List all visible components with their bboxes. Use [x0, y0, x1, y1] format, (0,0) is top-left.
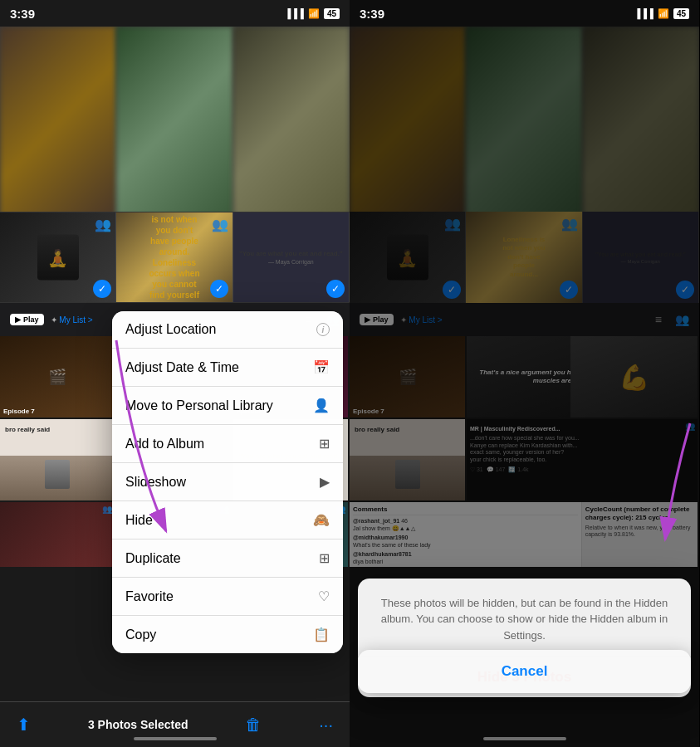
battery-left: 45 [324, 8, 340, 19]
status-bar-right: 3:39 ▐▐▐ 📶 45 [350, 0, 699, 27]
grid-cell-7[interactable]: 👥 [0, 502, 116, 567]
menu-item-slideshow[interactable]: Slideshow ▶ [112, 463, 343, 501]
cell-people-7: 👥 [102, 505, 112, 514]
menu-item-duplicate[interactable]: Duplicate ⊞ [112, 540, 343, 578]
context-menu: Adjust Location i Adjust Date & Time 📅 M… [112, 311, 343, 653]
copy-icon: 📋 [313, 627, 330, 642]
top-photo-3 [233, 27, 350, 217]
person-icon: 👤 [313, 398, 330, 413]
status-bar-left: 3:39 ▐▐▐ 📶 45 [0, 0, 350, 27]
bro-really-text: bro really said [5, 426, 50, 434]
selected-photo-1[interactable]: 👥 🧘 ✓ [0, 212, 116, 302]
delete-icon[interactable]: 🗑 [245, 715, 262, 735]
play-icon-mini: ▶ [15, 315, 21, 324]
play-button[interactable]: ▶ Play [10, 314, 44, 325]
top-photo-2 [116, 27, 233, 217]
wifi-icon-r: 📶 [658, 8, 669, 19]
menu-item-adjust-datetime[interactable]: Adjust Date & Time 📅 [112, 349, 343, 387]
status-icons-right: ▐▐▐ 📶 45 [634, 8, 689, 19]
heart-icon: ♡ [318, 588, 330, 604]
people-icon-2: 👥 [212, 217, 228, 232]
album-icon: ⊞ [319, 436, 330, 452]
quote-author-small: — Maya Corrigan [268, 259, 314, 265]
selected-photo-3[interactable]: 👥 "You are what you eat and read." — May… [233, 212, 350, 302]
home-indicator-right [483, 737, 566, 740]
status-time-left: 3:39 [10, 7, 35, 21]
selected-photo-2[interactable]: 👥 Loneliness is not when you don't have … [116, 212, 233, 302]
hide-dialog-message: These photos will be hidden, but can be … [371, 595, 678, 644]
top-photos-left [0, 27, 350, 217]
status-icons-left: ▐▐▐ 📶 45 [284, 8, 340, 19]
grid-cell-1[interactable]: 👥 🎬 Episode 7 [0, 336, 116, 417]
bro-really-cell[interactable]: bro really said [0, 419, 116, 500]
status-time-right: 3:39 [360, 7, 384, 21]
cell-label-ep1: Episode 7 [3, 408, 35, 415]
info-icon: i [316, 323, 330, 336]
check-2: ✓ [210, 280, 228, 298]
duplicate-icon: ⊞ [319, 550, 330, 566]
cancel-container: Cancel [358, 650, 691, 693]
mini-bar-label: ✦ My List > [51, 315, 93, 325]
menu-item-add-album[interactable]: Add to Album ⊞ [112, 425, 343, 463]
menu-item-copy[interactable]: Copy 📋 [112, 616, 343, 653]
hide-dialog-body: These photos will be hidden, but can be … [358, 579, 691, 657]
slideshow-icon: ▶ [320, 474, 330, 490]
menu-item-hide[interactable]: Hide 🙈 [112, 501, 343, 540]
top-photo-1 [0, 27, 116, 217]
calendar-icon: 📅 [313, 359, 330, 375]
check-1: ✓ [93, 280, 111, 298]
signal-icon-r: ▐▐▐ [634, 8, 653, 18]
home-indicator-left [134, 737, 217, 740]
eye-slash-icon: 🙈 [313, 512, 330, 528]
menu-item-adjust-location[interactable]: Adjust Location i [112, 311, 343, 349]
quote-text-small: "You are what you eat and read." [239, 250, 343, 258]
wifi-icon: 📶 [308, 8, 320, 19]
photos-selected-text: 3 Photos Selected [88, 718, 188, 731]
more-icon[interactable]: ··· [319, 715, 333, 735]
loneliness-text: Loneliness is not when you don't have pe… [149, 212, 200, 302]
people-icon-1: 👥 [95, 217, 111, 232]
selected-photos-row-left: 👥 🧘 ✓ 👥 Loneliness is not when you don't… [0, 212, 350, 303]
right-phone-panel: 3:39 ▐▐▐ 📶 45 👥 🧘 ✓ 👥 Loneliness is not … [350, 0, 699, 747]
menu-item-move-library[interactable]: Move to Personal Library 👤 [112, 387, 343, 425]
left-phone-panel: 3:39 ▐▐▐ 📶 45 👥 🧘 ✓ 👥 Loneliness is not … [0, 0, 350, 747]
menu-item-favorite[interactable]: Favorite ♡ [112, 578, 343, 616]
battery-right: 45 [673, 8, 689, 19]
share-icon[interactable]: ⬆ [17, 715, 31, 735]
signal-icon: ▐▐▐ [284, 8, 303, 18]
check-3: ✓ [326, 280, 345, 298]
cancel-button[interactable]: Cancel [358, 650, 691, 693]
